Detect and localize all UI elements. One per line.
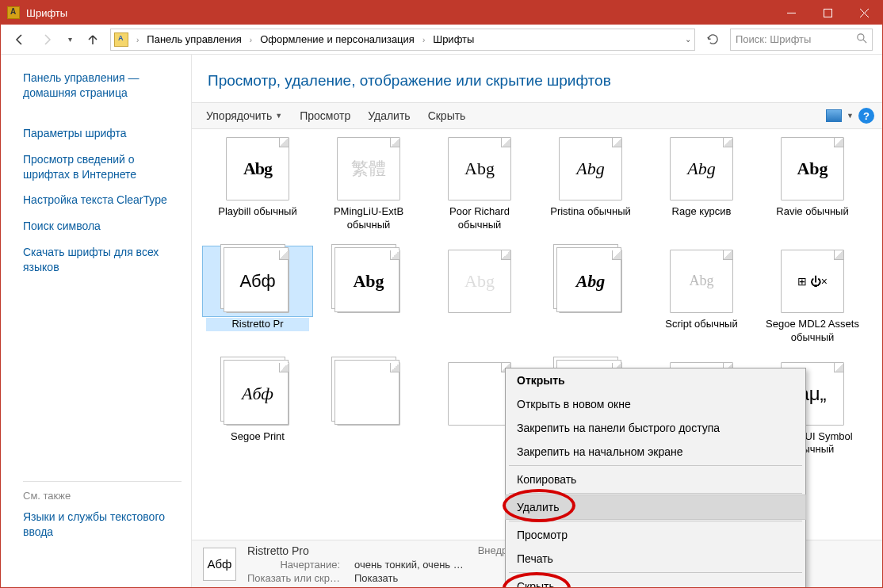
- font-thumbnail: Abg: [226, 137, 289, 200]
- font-thumbnail: Abg: [670, 137, 733, 200]
- svg-point-4: [858, 33, 864, 40]
- font-thumbnail: ⊞ ⏻×: [781, 250, 844, 313]
- font-thumbnail: Abg: [670, 250, 733, 313]
- breadcrumb-chevron[interactable]: ›: [133, 33, 142, 45]
- history-dropdown[interactable]: ▾: [64, 35, 75, 44]
- font-label: Playbill обычный: [206, 205, 309, 219]
- font-thumbnail: 繁體: [337, 137, 400, 200]
- font-item[interactable]: Abg: [428, 250, 531, 345]
- minimize-button[interactable]: [773, 1, 809, 25]
- font-item[interactable]: [317, 362, 420, 457]
- font-label: Segoe Print: [206, 430, 309, 444]
- status-font-name: Ristretto Pro: [247, 544, 464, 557]
- font-thumbnail: Aбф: [226, 362, 289, 426]
- hide-button[interactable]: Скрыть: [422, 107, 472, 124]
- cm-preview[interactable]: Просмотр: [506, 523, 805, 547]
- font-label: Poor Richard обычный: [428, 205, 531, 232]
- breadcrumb-chevron[interactable]: ›: [247, 33, 255, 45]
- content-pane: Просмотр, удаление, отображение или скры…: [191, 55, 882, 587]
- font-label: Pristina обычный: [539, 205, 642, 219]
- font-item[interactable]: AbgPoor Richard обычный: [428, 137, 531, 232]
- context-menu: Открыть Открыть в новом окне Закрепить н…: [505, 368, 806, 588]
- font-item[interactable]: ⊞ ⏻×Segoe MDL2 Assets обычный: [761, 250, 864, 345]
- cm-print[interactable]: Печать: [506, 547, 805, 571]
- font-thumbnail: Абф: [226, 250, 289, 313]
- status-style-value: очень тонкий, очень …: [354, 559, 464, 571]
- window-title: Шрифты: [26, 7, 67, 19]
- font-label: Segoe MDL2 Assets обычный: [761, 318, 864, 345]
- font-thumbnail: Abg: [559, 137, 622, 200]
- app-icon: [7, 6, 20, 19]
- font-item[interactable]: AbgRage курсив: [650, 137, 753, 232]
- organize-button[interactable]: Упорядочить▼: [200, 107, 289, 124]
- breadcrumb-item[interactable]: Панель управления: [147, 33, 241, 45]
- cm-hide[interactable]: Скрыть: [506, 575, 805, 588]
- font-label: Script обычный: [650, 318, 753, 331]
- address-dropdown[interactable]: ⌄: [685, 35, 691, 44]
- font-thumbnail: Abg: [448, 137, 511, 200]
- cm-pin-start[interactable]: Закрепить на начальном экране: [506, 440, 805, 464]
- font-label: Ravie обычный: [761, 205, 864, 219]
- view-dropdown[interactable]: ▼: [847, 112, 854, 120]
- cm-pin-quick-access[interactable]: Закрепить на панели быстрого доступа: [506, 416, 805, 440]
- back-button[interactable]: [10, 30, 29, 49]
- sidebar-link[interactable]: Параметры шрифта: [23, 126, 182, 141]
- font-item[interactable]: AbgPlaybill обычный: [206, 137, 309, 232]
- font-item[interactable]: AbgPristina обычный: [539, 137, 642, 232]
- font-thumbnail: [448, 362, 511, 426]
- delete-button[interactable]: Удалить: [361, 107, 416, 124]
- font-item[interactable]: AбфSegoe Print: [206, 362, 309, 457]
- font-label: PMingLiU-ExtB обычный: [317, 205, 420, 232]
- cm-delete[interactable]: Удалить: [505, 494, 806, 520]
- toolbar: Упорядочить▼ Просмотр Удалить Скрыть ▼ ?: [192, 102, 882, 129]
- cm-open-new-window[interactable]: Открыть в новом окне: [506, 392, 805, 416]
- navbar: ▾ › Панель управления › Оформление и пер…: [1, 25, 882, 55]
- view-mode-icon[interactable]: [826, 109, 842, 122]
- font-thumbnail: [337, 362, 400, 426]
- breadcrumb-chevron[interactable]: ›: [419, 33, 428, 45]
- font-thumbnail: Abg: [337, 250, 400, 313]
- close-button[interactable]: [846, 1, 882, 25]
- font-item[interactable]: АбфRistretto Pr: [206, 250, 309, 345]
- help-icon[interactable]: ?: [858, 108, 874, 124]
- sidebar: Панель управления — домашняя страница Па…: [1, 55, 191, 587]
- font-item[interactable]: Abg: [317, 250, 420, 345]
- font-item[interactable]: AbgScript обычный: [650, 250, 753, 345]
- breadcrumb-item[interactable]: Шрифты: [433, 33, 474, 45]
- folder-icon: [114, 32, 128, 47]
- forward-button[interactable]: [37, 30, 56, 49]
- sidebar-link[interactable]: Настройка текста ClearType: [23, 193, 182, 208]
- maximize-button[interactable]: [809, 1, 846, 25]
- status-show-key: Показать или скр…: [247, 572, 340, 584]
- sidebar-see-also-link[interactable]: Языки и службы текстового ввода: [23, 510, 182, 540]
- search-placeholder: Поиск: Шрифты: [736, 33, 811, 45]
- status-style-key: Начертание:: [247, 559, 340, 571]
- font-thumbnail: Abg: [448, 250, 511, 313]
- font-thumbnail: Abg: [781, 137, 844, 200]
- sidebar-link[interactable]: Скачать шрифты для всех языков: [23, 245, 182, 275]
- sidebar-link[interactable]: Просмотр сведений о шрифтах в Интернете: [23, 152, 182, 182]
- search-input[interactable]: Поиск: Шрифты: [730, 29, 873, 51]
- window-titlebar: Шрифты: [1, 1, 882, 25]
- status-show-value: Показать: [354, 572, 464, 584]
- address-bar[interactable]: › Панель управления › Оформление и персо…: [110, 29, 695, 51]
- font-thumbnail: Abg: [559, 250, 622, 313]
- svg-line-5: [863, 40, 866, 43]
- sidebar-home-link[interactable]: Панель управления — домашняя страница: [23, 71, 182, 101]
- breadcrumb-item[interactable]: Оформление и персонализация: [260, 33, 415, 45]
- refresh-button[interactable]: [703, 33, 722, 45]
- status-thumbnail: Абф: [203, 548, 236, 581]
- page-title: Просмотр, удаление, отображение или скры…: [192, 55, 882, 102]
- font-item[interactable]: AbgRavie обычный: [761, 137, 864, 232]
- font-item[interactable]: Abg: [539, 250, 642, 345]
- svg-rect-1: [824, 9, 831, 17]
- cm-open[interactable]: Открыть: [506, 368, 805, 392]
- font-item[interactable]: 繁體PMingLiU-ExtB обычный: [317, 137, 420, 232]
- see-also-label: См. также: [23, 490, 182, 502]
- cm-copy[interactable]: Копировать: [506, 468, 805, 491]
- preview-button[interactable]: Просмотр: [293, 107, 357, 124]
- font-label: Ristretto Pr: [206, 318, 309, 331]
- up-button[interactable]: [83, 30, 102, 49]
- sidebar-link[interactable]: Поиск символа: [23, 219, 182, 234]
- search-icon: [857, 33, 867, 46]
